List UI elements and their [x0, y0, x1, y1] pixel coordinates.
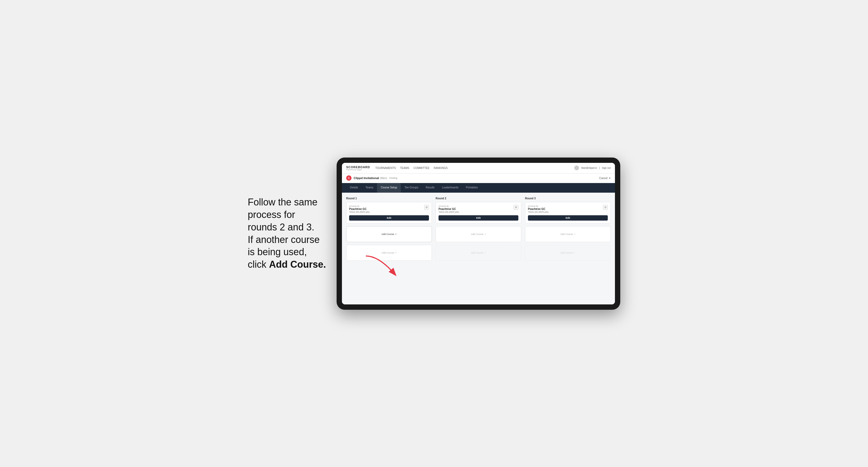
cancel-label: Cancel: [599, 177, 608, 180]
add-course-r1-1[interactable]: Add Course +: [346, 226, 432, 242]
page-wrapper: Follow the same process for rounds 2 and…: [248, 158, 620, 310]
round-1-column: Round 1 (Course A) Peachtree GC Yellow (…: [346, 197, 432, 263]
add-course-r2-2[interactable]: Add Course +: [436, 245, 521, 261]
rounds-grid: Round 1 (Course A) Peachtree GC Yellow (…: [346, 197, 611, 263]
plus-icon-r1-1: +: [395, 233, 397, 236]
add-course-r3-1[interactable]: Add Course +: [525, 226, 611, 242]
instruction-line2: process for: [248, 209, 295, 220]
tab-teams[interactable]: Teams: [362, 183, 377, 193]
add-course-label-r2-1: Add Course +: [471, 233, 486, 236]
round-3-title: Round 3: [525, 197, 611, 200]
nav-rankings[interactable]: RANKINGS: [434, 165, 447, 170]
user-email: blair@clippd.io: [581, 166, 597, 169]
edit-button-r3[interactable]: Edit: [528, 215, 608, 221]
tournament-gender: (Men): [380, 177, 387, 180]
nav-tournaments[interactable]: TOURNAMENTS: [375, 165, 396, 170]
tab-leaderboards[interactable]: Leaderboards: [438, 183, 462, 193]
instruction-line6-bold: Add Course.: [269, 259, 326, 270]
tab-tee-groups[interactable]: Tee Groups: [401, 183, 422, 193]
add-course-label-r3-2: Add Course +: [560, 251, 576, 254]
add-course-r2-1[interactable]: Add Course +: [436, 226, 521, 242]
edit-button-r2[interactable]: Edit: [438, 215, 518, 221]
tournament-name: Clippd Invitational: [354, 177, 379, 180]
add-course-label-r1-1: Add Course +: [381, 233, 397, 236]
nav-links: TOURNAMENTS TEAMS COMMITTEE RANKINGS: [375, 165, 574, 170]
tab-course-setup[interactable]: Course Setup: [377, 183, 401, 193]
course-card-r1: (Course A) Peachtree GC Yellow (M) (6629…: [346, 202, 432, 223]
add-course-label-r3-1: Add Course +: [560, 233, 576, 236]
add-course-r3-2[interactable]: Add Course +: [525, 245, 611, 261]
plus-icon-r2-1: +: [485, 233, 486, 236]
course-name-r3: Peachtree GC: [528, 208, 549, 211]
instruction-line1: Follow the same: [248, 197, 317, 208]
course-name-r1: Peachtree GC: [349, 208, 370, 211]
plus-icon-r1-2: +: [395, 251, 397, 254]
course-name-r2: Peachtree GC: [438, 208, 459, 211]
delete-course-r2[interactable]: ⊙: [514, 205, 518, 210]
course-detail-r3: Yellow (M) (6629 yds): [528, 211, 549, 213]
cancel-button[interactable]: Cancel ✕: [599, 177, 611, 180]
top-nav: SCOREBOARD Powered by clippd TOURNAMENTS…: [342, 163, 615, 174]
logo-sub: Powered by clippd: [346, 169, 370, 170]
course-detail-r2: Yellow (M) (6629 yds): [438, 211, 459, 213]
round-1-title: Round 1: [346, 197, 432, 200]
sub-header: C Clippd Invitational (Men) Hosting Canc…: [342, 174, 615, 183]
plus-icon-r3-2: +: [574, 251, 575, 254]
tablet-frame: SCOREBOARD Powered by clippd TOURNAMENTS…: [337, 158, 620, 310]
course-card-header-r3: (Course A) Peachtree GC Yellow (M) (6629…: [528, 205, 608, 213]
tablet-screen: SCOREBOARD Powered by clippd TOURNAMENTS…: [342, 163, 615, 304]
nav-committee[interactable]: COMMITTEE: [413, 165, 430, 170]
instruction-line6-prefix: click: [248, 259, 269, 270]
add-course-r1-2[interactable]: Add Course +: [346, 245, 432, 261]
delete-course-r1[interactable]: ⊙: [424, 205, 429, 210]
add-course-label-r1-2: Add Course +: [381, 251, 397, 254]
course-info-r1: (Course A) Peachtree GC Yellow (M) (6629…: [349, 205, 370, 213]
course-label-r2: (Course A): [438, 205, 459, 207]
delete-course-r3[interactable]: ⊙: [603, 205, 608, 210]
nav-right: blair@clippd.io | Sign out: [574, 165, 611, 170]
avatar: [574, 165, 579, 170]
sign-out-link[interactable]: Sign out: [602, 166, 611, 169]
delete-icon-r2: ⊙: [515, 206, 517, 209]
plus-icon-r2-2: +: [485, 251, 486, 254]
course-card-header-r1: (Course A) Peachtree GC Yellow (M) (6629…: [349, 205, 429, 213]
course-label-r1: (Course A): [349, 205, 370, 207]
instruction-line3: rounds 2 and 3.: [248, 222, 314, 232]
instruction-line4: If another course: [248, 234, 319, 245]
edit-button-r1[interactable]: Edit: [349, 215, 429, 221]
delete-icon-r3: ⊙: [604, 206, 607, 209]
logo-text: SCOREBOARD: [346, 165, 370, 169]
pipe-separator: |: [599, 166, 600, 169]
delete-icon-r1: ⊙: [426, 206, 428, 209]
tournament-logo: C: [346, 175, 351, 181]
tab-results[interactable]: Results: [422, 183, 438, 193]
nav-teams[interactable]: TEAMS: [400, 165, 409, 170]
tab-bar: Details Teams Course Setup Tee Groups Re…: [342, 183, 615, 193]
tab-printables[interactable]: Printables: [462, 183, 482, 193]
close-icon: ✕: [609, 177, 611, 180]
add-course-label-r2-2: Add Course +: [471, 251, 486, 254]
course-detail-r1: Yellow (M) (6629 yds): [349, 211, 370, 213]
plus-icon-r3-1: +: [574, 233, 575, 236]
course-card-r2: (Course A) Peachtree GC Yellow (M) (6629…: [436, 202, 521, 223]
instruction-line5: is being used,: [248, 246, 307, 257]
course-label-r3: (Course A): [528, 205, 549, 207]
round-2-column: Round 2 (Course A) Peachtree GC Yellow (…: [436, 197, 521, 263]
course-info-r3: (Course A) Peachtree GC Yellow (M) (6629…: [528, 205, 549, 213]
tab-details[interactable]: Details: [346, 183, 362, 193]
main-content: Round 1 (Course A) Peachtree GC Yellow (…: [342, 193, 615, 304]
course-info-r2: (Course A) Peachtree GC Yellow (M) (6629…: [438, 205, 459, 213]
course-card-r3: (Course A) Peachtree GC Yellow (M) (6629…: [525, 202, 611, 223]
instruction-text: Follow the same process for rounds 2 and…: [248, 196, 326, 271]
hosting-badge: Hosting: [389, 177, 397, 179]
course-card-header-r2: (Course A) Peachtree GC Yellow (M) (6629…: [438, 205, 518, 213]
round-3-column: Round 3 (Course A) Peachtree GC Yellow (…: [525, 197, 611, 263]
logo-area: SCOREBOARD Powered by clippd: [346, 165, 370, 170]
round-2-title: Round 2: [436, 197, 521, 200]
